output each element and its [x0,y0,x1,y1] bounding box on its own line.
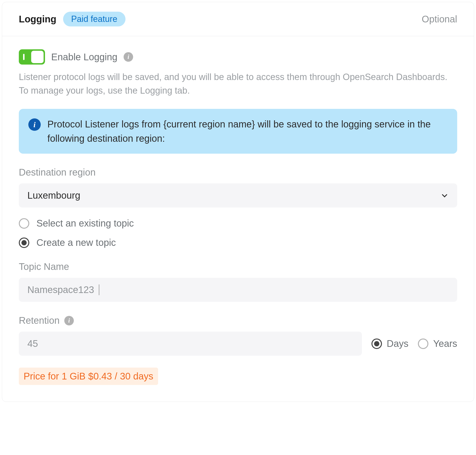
toggle-thumb [31,51,44,63]
radio-label: Select an existing topic [36,218,134,229]
info-icon[interactable]: i [64,316,74,325]
destination-region-select[interactable]: Luxembourg [19,183,457,207]
alert-text: Protocol Listener logs from {current reg… [47,117,448,146]
topic-name-value: Namespace123 [27,284,99,295]
logging-description: Listener protocol logs will be saved, an… [19,70,457,98]
radio-indicator [19,237,29,248]
section-title: Logging [19,14,56,24]
enable-logging-toggle[interactable] [19,49,45,65]
chevron-down-icon [441,192,449,200]
radio-select-existing-topic[interactable]: Select an existing topic [19,218,457,229]
destination-region-alert: i Protocol Listener logs from {current r… [19,109,457,154]
radio-label: Years [433,338,457,349]
enable-logging-label: Enable Logging [51,52,117,62]
info-icon: i [28,118,41,131]
card-body: Enable Logging i Listener protocol logs … [2,36,474,402]
destination-region-label: Destination region [19,167,457,178]
destination-region-value: Luxembourg [27,190,80,201]
topic-name-input[interactable]: Namespace123 [19,278,457,302]
retention-row: 45 Days Years [19,332,457,356]
radio-label: Create a new topic [36,237,116,248]
card-header: Logging Paid feature Optional [2,2,474,36]
topic-mode-radio-group: Select an existing topic Create a new to… [19,218,457,248]
retention-value: 45 [27,338,38,349]
optional-label: Optional [422,14,457,24]
retention-input[interactable]: 45 [19,332,362,356]
radio-retention-days[interactable]: Days [371,338,408,349]
radio-indicator [371,339,382,349]
retention-label-text: Retention [19,315,59,326]
retention-label: Retention i [19,315,457,326]
radio-indicator [418,339,428,349]
radio-label: Days [387,338,408,349]
enable-logging-row: Enable Logging i [19,49,457,65]
logging-card: Logging Paid feature Optional Enable Log… [2,2,474,402]
radio-retention-years[interactable]: Years [418,338,457,349]
header-left: Logging Paid feature [19,12,126,26]
toggle-on-indicator [23,54,24,60]
info-icon[interactable]: i [124,52,133,62]
price-badge: Price for 1 GiB $0.43 / 30 days [19,368,158,385]
paid-feature-badge: Paid feature [63,12,126,26]
radio-create-new-topic[interactable]: Create a new topic [19,237,457,248]
topic-name-label: Topic Name [19,261,457,272]
radio-indicator [19,218,29,229]
